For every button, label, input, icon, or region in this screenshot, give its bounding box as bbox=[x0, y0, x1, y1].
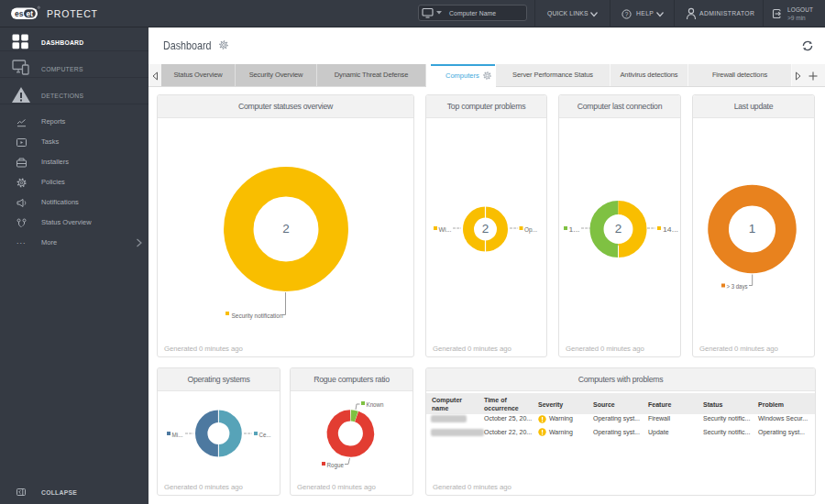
svg-text:PROTECT: PROTECT bbox=[47, 8, 98, 19]
svg-text:es: es bbox=[15, 9, 24, 18]
svg-text:?: ? bbox=[625, 11, 629, 17]
svg-text:et: et bbox=[27, 9, 34, 18]
